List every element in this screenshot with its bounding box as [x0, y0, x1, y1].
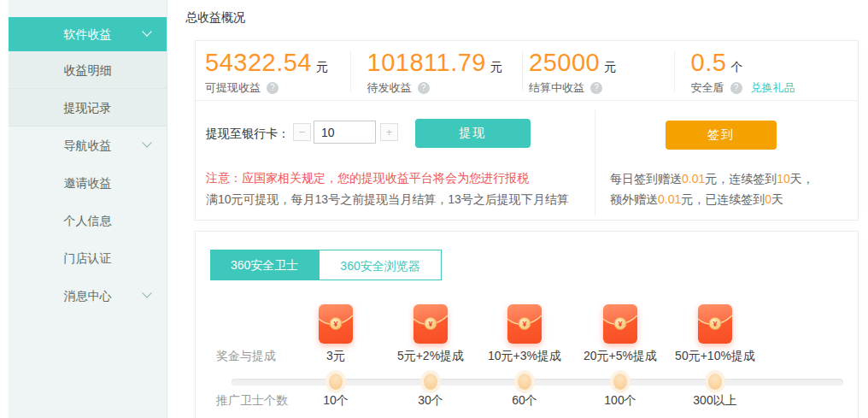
earnings-dashboard: 软件收益 收益明细 提现记录 导航收益 邀请收益 个人信息 门店认证 消息中心 …	[0, 0, 868, 418]
sidebar-item-message-center[interactable]: 消息中心	[9, 277, 167, 315]
tier-envelope: ¥	[473, 304, 576, 344]
bonus-row-label: 奖金与提成	[216, 349, 276, 364]
tier-count-label: 30个	[379, 393, 482, 409]
sidebar: 软件收益 收益明细 提现记录 导航收益 邀请收益 个人信息 门店认证 消息中心	[9, 0, 167, 418]
tier-count-label: 60个	[473, 393, 576, 409]
stat-withdrawable: 54322.54元 可提现收益?	[196, 41, 351, 100]
sidebar-item-store-certification[interactable]: 门店认证	[9, 239, 167, 277]
withdraw-amount-input[interactable]	[314, 121, 376, 144]
help-icon[interactable]: ?	[730, 82, 742, 94]
withdraw-rules-text: 满10元可提现，每月13号之前提现当月结算，13号之后提现下月结算	[206, 192, 569, 208]
tax-warning-text: 注意：应国家相关规定，您的提现收益平台将会为您进行报税	[206, 171, 529, 186]
vertical-divider	[595, 110, 595, 216]
coin-icon: ¥	[330, 317, 343, 330]
milestone-dot	[329, 374, 343, 390]
withdraw-button[interactable]: 提现	[415, 119, 531, 148]
stat-security-shield: 0.5个 安全盾?兑换礼品	[675, 41, 858, 100]
amount-decrease-button[interactable]: −	[293, 123, 311, 141]
tier-bonus-label: 20元+5%提成	[569, 349, 672, 364]
tab-360-browser[interactable]: 360安全浏览器	[319, 250, 441, 280]
sidebar-item-invite-earnings[interactable]: 邀请收益	[9, 164, 167, 202]
tier-bonus-label: 5元+2%提成	[379, 349, 482, 364]
earnings-summary-card: 54322.54元 可提现收益? 101811.79元 待发收益? 25000元…	[195, 40, 859, 221]
stat-label: 安全盾	[691, 80, 724, 96]
tier-envelope: ¥	[379, 304, 482, 344]
stat-unit: 个	[730, 60, 742, 74]
stat-value: 101811.79	[367, 49, 486, 76]
sidebar-item-label: 收益明细	[64, 63, 112, 77]
milestone-dot	[424, 374, 437, 390]
stat-value: 0.5	[691, 49, 727, 76]
exchange-gift-link[interactable]: 兑换礼品	[751, 80, 795, 96]
help-icon[interactable]: ?	[418, 82, 430, 94]
sidebar-item-label: 提现记录	[64, 101, 112, 115]
stat-unit: 元	[316, 60, 328, 74]
chevron-down-icon	[144, 139, 151, 147]
red-envelope-icon: ¥	[319, 304, 353, 344]
amount-increase-button[interactable]: +	[380, 123, 398, 141]
stat-value: 54322.54	[205, 49, 312, 76]
stats-row: 54322.54元 可提现收益? 101811.79元 待发收益? 25000元…	[196, 41, 858, 101]
sidebar-item-personal-info[interactable]: 个人信息	[9, 202, 167, 239]
stat-pending: 101811.79元 待发收益?	[351, 41, 524, 100]
stat-unit: 元	[604, 60, 616, 74]
help-icon[interactable]: ?	[590, 82, 602, 94]
sidebar-item-software-earnings[interactable]: 软件收益	[9, 17, 167, 51]
count-row-label: 推广卫士个数	[216, 393, 288, 409]
sidebar-item-label: 个人信息	[64, 214, 112, 227]
promotion-tiers-card: 360安全卫士 360安全浏览器 ¥ ¥ ¥ ¥	[195, 231, 859, 418]
withdraw-to-bank-label: 提现至银行卡：	[206, 127, 290, 142]
sidebar-item-label: 门店认证	[64, 251, 112, 265]
tier-count-label: 100个	[569, 393, 672, 409]
page-title: 总收益概况	[185, 10, 245, 26]
sidebar-item-navigation-earnings[interactable]: 导航收益	[9, 127, 167, 164]
sidebar-item-label: 消息中心	[64, 289, 112, 303]
coin-icon: ¥	[709, 317, 722, 330]
sidebar-item-earnings-detail[interactable]: 收益明细	[9, 51, 167, 89]
tier-envelope: ¥	[569, 304, 672, 344]
sidebar-item-label: 软件收益	[64, 27, 112, 41]
stat-settling: 25000元 结算中收益?	[523, 41, 675, 100]
chevron-down-icon	[144, 28, 151, 36]
tier-envelope: ¥	[284, 304, 387, 344]
tier-count-label: 10个	[284, 393, 387, 409]
tab-360-safeguard[interactable]: 360安全卫士	[210, 250, 319, 280]
stat-unit: 元	[490, 60, 502, 74]
stat-label: 可提现收益	[205, 80, 261, 96]
tier-bonus-label: 50元+10%提成	[664, 349, 766, 364]
sidebar-item-label: 邀请收益	[64, 176, 112, 190]
red-envelope-icon: ¥	[507, 304, 542, 344]
coin-icon: ¥	[614, 317, 627, 330]
coin-icon: ¥	[425, 317, 437, 330]
stat-label: 待发收益	[367, 80, 412, 96]
milestone-dot	[518, 374, 531, 390]
red-envelope-icon: ¥	[413, 304, 448, 344]
milestone-track	[232, 379, 843, 386]
tier-envelope: ¥	[664, 304, 766, 344]
tier-bonus-label: 10元+3%提成	[473, 349, 576, 364]
sign-in-info-line2: 额外赠送0.01元，已连续签到0天	[610, 192, 783, 208]
sign-in-button[interactable]: 签到	[666, 121, 777, 150]
tier-count-label: 300以上	[664, 393, 766, 409]
red-envelope-icon: ¥	[603, 304, 637, 344]
chevron-down-icon	[144, 290, 151, 297]
stat-value: 25000	[529, 49, 600, 76]
sidebar-item-label: 导航收益	[64, 138, 112, 152]
help-icon[interactable]: ?	[267, 82, 279, 94]
product-tabs: 360安全卫士 360安全浏览器	[210, 250, 442, 280]
red-envelope-icon: ¥	[698, 304, 732, 344]
stat-label: 结算中收益	[529, 80, 584, 96]
tier-bonus-label: 3元	[284, 349, 387, 364]
milestone-dot	[613, 374, 627, 390]
sidebar-item-withdrawal-records[interactable]: 提现记录	[9, 89, 167, 127]
sign-in-info-line1: 每日签到赠送0.01元，连续签到10天，	[610, 172, 814, 187]
milestone-dot	[708, 374, 722, 390]
coin-icon: ¥	[519, 317, 531, 330]
